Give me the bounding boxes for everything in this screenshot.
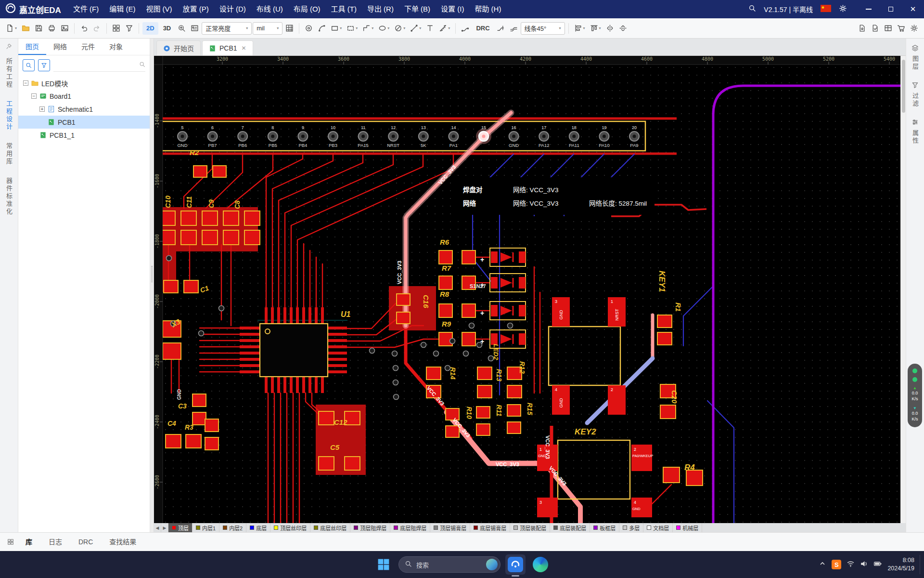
check-doc-icon[interactable]	[869, 21, 881, 36]
undo-icon[interactable]	[78, 21, 90, 36]
taskbar-clock[interactable]: 8:08 2024/5/19	[887, 556, 914, 573]
filter-icon[interactable]	[123, 21, 135, 36]
layer-scroll-left[interactable]: ◀	[154, 523, 161, 532]
menu-item-1[interactable]: 编辑 (E)	[104, 0, 141, 18]
drc-button[interactable]: DRC	[472, 22, 493, 35]
menu-item-9[interactable]: 下单 (B)	[399, 0, 436, 18]
new-project-icon[interactable]: ▾	[4, 21, 19, 36]
brightness-select[interactable]: 正常亮度▾	[202, 22, 252, 35]
global-search-icon[interactable]	[748, 4, 756, 14]
panel-layout-icon[interactable]	[110, 21, 122, 36]
dashed-rect-tool-icon[interactable]: ▾	[345, 21, 359, 36]
align-top-icon[interactable]: ▾	[588, 21, 603, 36]
pcb-canvas[interactable]: 3200340036003800400042004400460048005000…	[154, 56, 900, 523]
tree-item-Schematic1[interactable]: +Schematic1	[18, 103, 150, 116]
bottom-tab-查找结果[interactable]: 查找结果	[101, 533, 144, 551]
taskbar-search[interactable]: 搜索	[398, 556, 500, 573]
layer-chip-机械层[interactable]: 机械层	[673, 523, 702, 532]
panel-tab-1[interactable]: 网络	[46, 39, 74, 55]
right-tab-2[interactable]: 属性	[911, 118, 920, 145]
tray-snip-icon[interactable]: S	[832, 560, 841, 569]
menu-item-7[interactable]: 工具 (T)	[326, 0, 362, 18]
expander-icon[interactable]: −	[31, 93, 37, 99]
tree-item-PCB1_1[interactable]: PCB1_1	[18, 129, 150, 142]
expander-icon[interactable]: +	[39, 106, 45, 112]
side-tab-1[interactable]: 工程设计	[4, 94, 13, 137]
layer-chip-文档层[interactable]: 文档层	[643, 523, 673, 532]
arc-tool-icon[interactable]	[316, 21, 328, 36]
layer-chip-底层[interactable]: 底层	[246, 523, 270, 532]
line-mode-select[interactable]: 线条45°▾	[521, 22, 565, 35]
bom-table-icon[interactable]	[882, 21, 894, 36]
order-cart-icon[interactable]	[895, 21, 907, 36]
layer-chip-多层[interactable]: 多层	[619, 523, 643, 532]
show-desktop-button[interactable]	[920, 555, 922, 574]
zoom-region-icon[interactable]	[176, 21, 188, 36]
layer-chip-底层阻焊层[interactable]: 底层阻焊层	[390, 523, 430, 532]
doc-tab-PCB1[interactable]: PCB1✕	[202, 40, 253, 55]
bottom-tab-库[interactable]: 库	[17, 533, 40, 551]
bottom-tab-DRC[interactable]: DRC	[70, 533, 101, 551]
mirror-v-icon[interactable]	[617, 21, 629, 36]
panel-toggle-icon[interactable]	[4, 539, 17, 545]
menu-item-6[interactable]: 布局 (O)	[288, 0, 326, 18]
close-button[interactable]: ✕	[902, 0, 924, 18]
taskbar-edge-icon[interactable]	[530, 554, 551, 575]
tray-wifi-icon[interactable]	[847, 560, 855, 570]
menu-item-2[interactable]: 视图 (V)	[141, 0, 177, 18]
ellipse-tool-icon[interactable]: ▾	[376, 21, 391, 36]
panel-tab-3[interactable]: 对象	[102, 39, 130, 55]
menu-item-10[interactable]: 设置 (I)	[436, 0, 469, 18]
export-doc-icon[interactable]	[856, 21, 868, 36]
tree-item-Board1[interactable]: −Board1	[18, 90, 150, 103]
toolbar-settings-icon[interactable]	[908, 21, 920, 36]
side-tab-3[interactable]: 器件标准化	[4, 171, 13, 222]
menu-item-0[interactable]: 文件 (F)	[68, 0, 104, 18]
board-preview-icon[interactable]	[189, 21, 201, 36]
mirror-h-icon[interactable]	[604, 21, 616, 36]
project-search-input[interactable]	[53, 61, 139, 68]
side-tab-2[interactable]: 常用库	[4, 137, 13, 171]
menu-item-5[interactable]: 布线 (U)	[251, 0, 288, 18]
rect-tool-icon[interactable]: ▾	[329, 21, 344, 36]
line-tool-icon[interactable]: ▾	[408, 21, 423, 36]
keepout-tool-icon[interactable]: ▾	[392, 21, 407, 36]
menu-item-8[interactable]: 导出 (R)	[362, 0, 399, 18]
layer-chip-顶层[interactable]: 顶层	[168, 523, 192, 532]
open-folder-icon[interactable]	[20, 21, 32, 36]
panel-search-icon[interactable]	[23, 59, 35, 71]
grid-setting-icon[interactable]	[283, 21, 295, 36]
via-tool-icon[interactable]	[303, 21, 315, 36]
tray-battery-icon[interactable]	[873, 560, 882, 570]
view-3d-button[interactable]: 3D	[159, 22, 175, 35]
tree-item-PCB1[interactable]: PCB1	[18, 116, 150, 129]
menu-item-11[interactable]: 帮助 (H)	[469, 0, 506, 18]
panel-filter-icon[interactable]	[38, 59, 50, 71]
diff-pair-icon[interactable]	[508, 21, 520, 36]
text-tool-icon[interactable]	[424, 21, 436, 36]
search-daily-image[interactable]	[486, 559, 498, 570]
net-length-icon[interactable]	[495, 21, 507, 36]
align-left-icon[interactable]: ▾	[572, 21, 587, 36]
layer-chip-底层装配层[interactable]: 底层装配层	[550, 523, 590, 532]
tray-chevron-up-icon[interactable]	[819, 560, 826, 569]
measure-tool-icon[interactable]: ▾	[437, 21, 452, 36]
tray-volume-icon[interactable]	[860, 560, 868, 570]
taskbar-eda-app-icon[interactable]	[505, 554, 526, 575]
layer-chip-板框层[interactable]: 板框层	[590, 523, 619, 532]
redo-icon[interactable]	[91, 21, 103, 36]
bottom-tab-日志[interactable]: 日志	[40, 533, 70, 551]
polyline-tool-icon[interactable]: ▾	[360, 21, 375, 36]
route-tool-icon[interactable]	[459, 21, 471, 36]
layer-chip-顶层装配层[interactable]: 顶层装配层	[510, 523, 550, 532]
unit-select[interactable]: mil▾	[253, 22, 282, 35]
side-tab-0[interactable]: 所有工程	[4, 52, 13, 94]
save-icon[interactable]	[33, 21, 45, 36]
panel-tab-2[interactable]: 元件	[74, 39, 102, 55]
layer-chip-内层2[interactable]: 内层2	[219, 523, 246, 532]
layer-scroll-right[interactable]: ▶	[161, 523, 168, 532]
close-tab-icon[interactable]: ✕	[242, 45, 246, 52]
right-tab-0[interactable]: 图层	[911, 44, 920, 71]
menu-item-3[interactable]: 放置 (P)	[178, 0, 214, 18]
print-icon[interactable]	[46, 21, 58, 36]
